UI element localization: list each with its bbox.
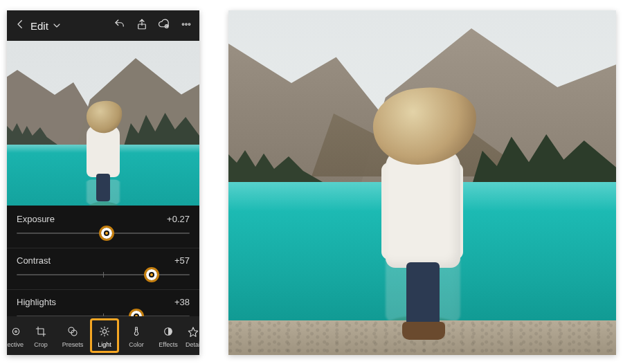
slider-value: +38 — [174, 297, 190, 307]
cloud-sync-icon[interactable] — [158, 18, 170, 33]
mobile-editor-panel: Edit — [7, 10, 199, 355]
tool-detail-partial[interactable]: Detai — [184, 316, 199, 355]
tool-crop[interactable]: Crop — [25, 316, 57, 355]
detail-icon — [186, 324, 199, 339]
tool-label: Effects — [159, 341, 177, 348]
slider-thumb[interactable] — [144, 267, 159, 282]
svg-point-4 — [188, 24, 190, 26]
tool-label: Light — [98, 341, 111, 348]
slider-track[interactable] — [17, 233, 190, 234]
tool-label: Presets — [62, 341, 84, 348]
slider-label: Contrast — [17, 255, 51, 266]
slider-value: +0.27 — [167, 214, 190, 224]
tool-effects[interactable]: Effects — [152, 316, 184, 355]
svg-point-3 — [186, 24, 188, 26]
tool-selective-partial[interactable]: ective — [7, 316, 25, 355]
tool-label: Crop — [34, 341, 48, 348]
svg-point-2 — [182, 24, 184, 26]
slider-label: Highlights — [17, 297, 56, 307]
tool-color[interactable]: Color — [120, 316, 152, 355]
svg-point-9 — [102, 329, 106, 333]
mode-label: Edit — [30, 20, 48, 32]
tool-presets[interactable]: Presets — [57, 316, 89, 355]
svg-line-16 — [101, 334, 102, 334]
slider-track[interactable] — [17, 274, 190, 275]
svg-line-15 — [107, 334, 108, 334]
top-bar: Edit — [7, 10, 199, 41]
tool-label: Color — [129, 341, 144, 348]
undo-icon[interactable] — [114, 18, 126, 33]
slider-label: Exposure — [17, 214, 55, 224]
tool-label: Detai — [186, 341, 199, 348]
bottom-toolbar: ective Crop Presets Light — [7, 316, 199, 355]
selective-icon — [8, 324, 24, 339]
exposure-slider[interactable]: Exposure +0.27 — [7, 207, 199, 248]
contrast-slider[interactable]: Contrast +57 — [7, 248, 199, 290]
svg-marker-20 — [188, 327, 197, 336]
mode-dropdown[interactable]: Edit — [30, 20, 62, 32]
presets-icon — [65, 324, 80, 339]
back-icon[interactable] — [14, 18, 26, 33]
tool-light[interactable]: Light — [89, 316, 120, 355]
share-icon[interactable] — [136, 18, 148, 33]
svg-line-14 — [101, 328, 102, 329]
color-icon — [129, 324, 144, 339]
tool-label: ective — [7, 341, 24, 348]
svg-point-5 — [12, 328, 19, 334]
chevron-down-icon — [51, 20, 62, 31]
crop-icon — [33, 324, 48, 339]
result-photo — [228, 10, 616, 355]
light-icon — [97, 324, 112, 339]
photo-preview[interactable] — [7, 41, 199, 206]
more-icon[interactable] — [180, 18, 192, 33]
svg-line-17 — [107, 328, 108, 329]
slider-value: +57 — [174, 255, 190, 266]
svg-point-6 — [15, 330, 17, 332]
effects-icon — [161, 324, 176, 339]
slider-thumb[interactable] — [99, 226, 114, 241]
